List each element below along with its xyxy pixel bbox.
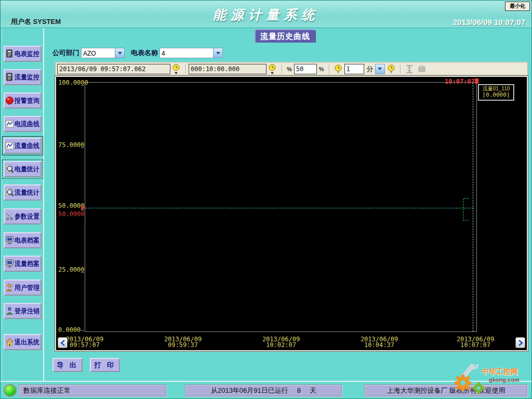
magnifier-icon: [5, 165, 14, 174]
percent-input[interactable]: [294, 64, 317, 74]
cursor-time-label: 10:07:07: [445, 78, 475, 85]
zoom-percent-icon[interactable]: %: [319, 66, 324, 72]
runtime-days: 8: [290, 385, 308, 396]
db-status-text: 数据库连接正常: [18, 384, 167, 397]
sidebar-item-label: 退出系统: [15, 338, 39, 347]
y-axis-tick: 0.0000: [58, 326, 89, 334]
sidebar-item-current-curve[interactable]: 电流曲线: [4, 116, 42, 132]
sidebar-item-param-settings[interactable]: 参数设置: [4, 208, 42, 224]
clock-icon[interactable]: [387, 64, 396, 74]
trend-chart[interactable]: 100.0000 75.0000 50.0000 25.0000 0.0000 …: [55, 76, 528, 351]
clock-picker-icon[interactable]: [268, 64, 277, 74]
cursor-value-label: 50.0000: [58, 210, 85, 218]
interval-unit-select[interactable]: 分: [365, 64, 385, 74]
runtime-prefix: 从2013年06月91日已运行: [211, 387, 288, 394]
cursor-flag-icon: [81, 205, 86, 210]
monitor-icon: [5, 259, 14, 268]
department-select[interactable]: AZO: [81, 48, 125, 58]
runtime-status: 从2013年06月91日已运行 8 天: [185, 384, 342, 397]
header: 能源计量系统 用户名 SYSTEM 2013/06/09 10:07:07 最小…: [1, 1, 531, 28]
sidebar-item-meter-monitor[interactable]: 电表监控: [4, 46, 42, 62]
user-label: 用户名 SYSTEM: [11, 17, 61, 26]
scroll-left-button[interactable]: [58, 337, 68, 348]
sidebar-item-flow-archive[interactable]: 流量档案: [4, 256, 42, 272]
sidebar: 电表监控 流量监控 报警查询 电流曲线 流量曲线 电量统计 流量统计 参数设置: [2, 28, 44, 381]
interval-unit-value: 分: [367, 64, 374, 74]
horizontal-cursor-line[interactable]: [85, 208, 473, 208]
chevron-down-icon[interactable]: [115, 48, 124, 58]
start-time-input[interactable]: [57, 64, 170, 74]
clock-picker-icon[interactable]: [172, 64, 181, 74]
scroll-right-button[interactable]: [515, 337, 525, 348]
app-window: 能源计量系统 用户名 SYSTEM 2013/06/09 10:07:07 最小…: [0, 0, 532, 399]
y-axis-tick: 75.0000: [58, 141, 89, 149]
meter-name-select[interactable]: 4: [159, 48, 223, 58]
chevron-down-icon[interactable]: [375, 64, 385, 74]
tab-flow-history-curve[interactable]: 流量历史曲线: [255, 29, 316, 43]
meter-icon: [5, 49, 14, 58]
sidebar-item-flow-curve[interactable]: 流量曲线: [4, 138, 42, 154]
curve-icon: [5, 141, 14, 150]
user-admin-icon: [5, 283, 14, 292]
settings-icon: [5, 212, 14, 221]
meter-name-value: 4: [160, 48, 213, 58]
clock-icon[interactable]: [334, 64, 343, 74]
sidebar-item-label: 电流曲线: [15, 119, 39, 129]
x-axis-tick: 2013/06/0910:04:37: [351, 337, 408, 348]
sidebar-item-label: 流量统计: [15, 188, 39, 197]
sidebar-item-label: 登录注销: [15, 307, 39, 316]
print-button[interactable]: 打 印: [90, 358, 120, 372]
curve-icon: [5, 119, 14, 128]
chevron-down-icon[interactable]: [213, 48, 222, 58]
time-span-input[interactable]: [189, 64, 267, 74]
sidebar-item-login-logout[interactable]: 登录注销: [4, 303, 42, 319]
record-marker-icon: [475, 78, 478, 84]
meter-icon: [5, 73, 14, 82]
sidebar-item-exit-system[interactable]: 退出系统: [4, 334, 42, 350]
sidebar-item-label: 报警查询: [15, 96, 39, 105]
wrench-icon: [462, 364, 477, 377]
watermark-site-name: 中华工控网: [482, 367, 518, 377]
magnifier-icon: [5, 188, 14, 197]
selection-bracket-icon: [461, 196, 477, 222]
y-axis-tick: 100.0000: [58, 79, 89, 86]
minimize-button[interactable]: 最小化: [505, 2, 530, 11]
sidebar-item-label: 电表监控: [15, 49, 39, 59]
sidebar-item-label: 流量档案: [15, 259, 39, 269]
department-value: AZO: [82, 48, 115, 58]
login-icon: [5, 307, 14, 315]
sidebar-item-flow-stats[interactable]: 流量统计: [4, 184, 42, 201]
sidebar-item-label: 流量监控: [15, 73, 39, 82]
sidebar-item-label: 流量曲线: [15, 141, 39, 151]
series-legend: 流量01_110 [0.0000]: [478, 84, 514, 101]
sidebar-item-alarm-query[interactable]: 报警查询: [4, 92, 42, 109]
interval-input[interactable]: [344, 64, 364, 74]
series-current-value: [0.0000]: [479, 92, 513, 98]
filter-row: 公司部门 AZO 电表名称 4: [52, 47, 223, 59]
print-preview-icon: [417, 64, 427, 74]
sidebar-item-label: 电量统计: [15, 165, 39, 174]
plot-area[interactable]: [85, 82, 477, 332]
x-axis-tick: 2013/06/0909:59:37: [154, 337, 211, 348]
copyright-text: 上海大华测控设备厂 版权所有 欢迎使用: [364, 384, 528, 397]
sidebar-item-label: 电表档案: [15, 236, 39, 245]
sidebar-item-user-management[interactable]: 用户管理: [4, 280, 42, 296]
x-axis-tick: 2013/06/0910:07:07: [447, 337, 504, 348]
zoom-percent-icon[interactable]: %: [287, 66, 292, 72]
export-button[interactable]: 导 出: [52, 358, 83, 372]
home-icon: [5, 338, 14, 347]
x-axis-tick: 2013/06/0910:02:07: [252, 337, 310, 348]
sidebar-item-label: 用户管理: [15, 283, 39, 292]
header-datetime: 2013/06/09 10:07:07: [453, 18, 525, 26]
monitor-icon: [5, 236, 14, 245]
sidebar-item-meter-archive[interactable]: 电表档案: [4, 232, 42, 248]
alarm-icon: [5, 96, 14, 105]
page-title: 能源计量系统: [1, 6, 531, 23]
fit-vertical-icon: [405, 64, 414, 74]
runtime-unit: 天: [310, 387, 316, 394]
db-status-lamp-icon: [4, 384, 17, 397]
sidebar-item-energy-stats[interactable]: 电量统计: [4, 161, 42, 177]
sidebar-item-flow-monitor[interactable]: 流量监控: [4, 69, 42, 85]
curve-toolbar: % % 分: [55, 62, 528, 75]
meter-name-label: 电表名称: [131, 48, 158, 58]
